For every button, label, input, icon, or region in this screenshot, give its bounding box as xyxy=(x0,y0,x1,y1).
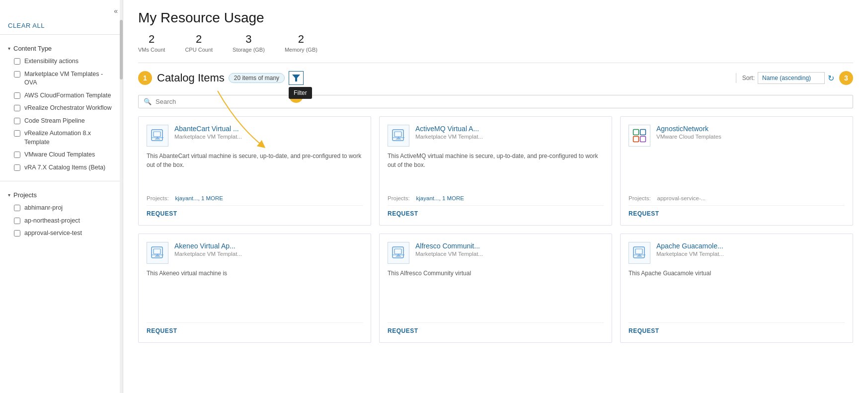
code-stream-pipeline-checkbox[interactable] xyxy=(14,118,20,124)
card-subtitle: Marketplace VM Templat... xyxy=(174,251,363,257)
sort-label: Sort: xyxy=(742,75,755,81)
annotation-1-circle: 1 xyxy=(138,71,152,85)
list-item: vRealize Orchestrator Workflow xyxy=(0,102,123,115)
card-description: This Alfresco Community virtual xyxy=(388,269,604,317)
list-item: ap-northeast-project xyxy=(0,215,123,228)
memory-gb-value: 2 xyxy=(285,33,317,46)
request-button[interactable]: REQUEST xyxy=(388,210,418,217)
card-icon xyxy=(388,242,409,264)
card-header: AbanteCart Virtual ... Marketplace VM Te… xyxy=(147,125,363,147)
sidebar-item-label: abhimanr-proj xyxy=(24,204,63,213)
clear-all-button[interactable]: CLEAR ALL xyxy=(0,15,53,34)
sort-controls: Sort: Name (ascending) Name (descending)… xyxy=(733,72,834,84)
cpu-count-label: CPU Count xyxy=(185,47,213,53)
list-item: approval-service-test xyxy=(0,227,123,240)
projects-section-header[interactable]: ▾ Projects xyxy=(0,188,123,202)
storage-gb-value: 3 xyxy=(233,33,265,46)
vmware-cloud-templates-checkbox[interactable] xyxy=(14,152,20,158)
search-bar: 🔍 xyxy=(138,95,853,108)
card-footer: REQUEST xyxy=(388,322,604,334)
sidebar-collapse-button[interactable]: « xyxy=(114,7,118,15)
card-title: Alfresco Communit... xyxy=(415,242,604,250)
card-description: This ActiveMQ virtual machine is secure,… xyxy=(388,152,604,190)
annotation-3-circle: 3 xyxy=(839,71,853,85)
projects-section: ▾ Projects abhimanr-proj ap-northeast-pr… xyxy=(0,185,123,243)
card-footer: REQUEST xyxy=(147,205,363,217)
request-button[interactable]: REQUEST xyxy=(147,327,177,334)
items-badge: 20 items of many xyxy=(229,73,285,83)
sidebar-item-label: vRealize Orchestrator Workflow xyxy=(24,104,112,113)
ap-northeast-checkbox[interactable] xyxy=(14,218,20,224)
card-header: Akeneo Virtual Ap... Marketplace VM Temp… xyxy=(147,242,363,264)
card-description: This Apache Guacamole virtual xyxy=(629,269,845,317)
list-item: vRealize Automation 8.x Template xyxy=(0,127,123,149)
sidebar: « CLEAR ALL ▾ Content Type Extensibility… xyxy=(0,0,123,393)
card-title: Apache Guacamole... xyxy=(656,242,845,250)
catalog-title: Catalog Items xyxy=(157,72,225,84)
request-button[interactable]: REQUEST xyxy=(629,327,659,334)
card-description xyxy=(629,152,845,190)
card-title-block: AgnosticNetwork VMware Cloud Templates xyxy=(656,125,845,140)
storage-gb-label: Storage (GB) xyxy=(233,47,265,53)
marketplace-vm-checkbox[interactable] xyxy=(14,71,20,78)
agnostic-network-icon xyxy=(632,129,646,143)
card-icon xyxy=(147,242,168,264)
vms-count-value: 2 xyxy=(138,33,165,46)
card-projects: Projects: approval-service-... xyxy=(629,195,845,201)
svg-rect-8 xyxy=(640,130,646,135)
projects-more-link[interactable]: kjayant..., 1 MORE xyxy=(175,195,224,201)
search-input[interactable] xyxy=(156,98,848,105)
card-footer: REQUEST xyxy=(629,205,845,217)
sidebar-item-label: AWS CloudFormation Template xyxy=(24,91,111,100)
abhimanr-proj-checkbox[interactable] xyxy=(14,205,20,211)
storage-gb-metric: 3 Storage (GB) xyxy=(233,33,265,53)
request-button[interactable]: REQUEST xyxy=(388,327,418,334)
card-header: Apache Guacamole... Marketplace VM Templ… xyxy=(629,242,845,264)
card-footer: REQUEST xyxy=(147,322,363,334)
content-type-label: Content Type xyxy=(13,45,52,52)
svg-rect-12 xyxy=(154,249,160,254)
list-item: Marketplace VM Templates - OVA xyxy=(0,68,123,89)
filter-button[interactable] xyxy=(289,71,304,85)
list-item: AWS CloudFormation Template xyxy=(0,89,123,102)
projects-value: approval-service-... xyxy=(657,195,706,201)
refresh-button[interactable]: ↻ xyxy=(828,74,834,83)
card-icon xyxy=(388,125,409,147)
projects-more-link[interactable]: kjayant..., 1 MORE xyxy=(416,195,465,201)
filter-tooltip: Filter xyxy=(289,87,312,99)
list-item: Code Stream Pipeline xyxy=(0,115,123,128)
filter-button-container: Filter 2 xyxy=(289,71,304,85)
card-header: AgnosticNetwork VMware Cloud Templates xyxy=(629,125,845,147)
vms-count-label: VMs Count xyxy=(138,47,165,53)
vrealize-automation-checkbox[interactable] xyxy=(14,130,20,137)
sidebar-item-label: VMware Cloud Templates xyxy=(24,151,95,159)
request-button[interactable]: REQUEST xyxy=(629,210,659,217)
vra7x-catalog-checkbox[interactable] xyxy=(14,164,20,171)
sidebar-item-label: vRealize Automation 8.x Template xyxy=(24,129,115,147)
catalog-card: Akeneo Virtual Ap... Marketplace VM Temp… xyxy=(138,234,371,343)
svg-rect-5 xyxy=(395,132,401,137)
card-title-block: AbanteCart Virtual ... Marketplace VM Te… xyxy=(174,125,363,140)
marketplace-vm-icon xyxy=(392,246,405,260)
card-header: Alfresco Communit... Marketplace VM Temp… xyxy=(388,242,604,264)
vrealize-orchestrator-checkbox[interactable] xyxy=(14,105,20,111)
request-button[interactable]: REQUEST xyxy=(147,210,177,217)
content-type-header[interactable]: ▾ Content Type xyxy=(0,42,123,55)
page-title: My Resource Usage xyxy=(138,10,853,26)
svg-rect-18 xyxy=(635,249,642,254)
card-title-block: ActiveMQ Virtual A... Marketplace VM Tem… xyxy=(415,125,604,140)
catalog-controls-row: 1 Catalog Items 20 items of many Filter xyxy=(138,71,853,85)
extensibility-actions-checkbox[interactable] xyxy=(14,58,20,65)
sort-select[interactable]: Name (ascending) Name (descending) Date … xyxy=(758,72,825,84)
card-title: AbanteCart Virtual ... xyxy=(174,125,363,133)
svg-rect-7 xyxy=(633,130,639,135)
projects-section-label: Projects xyxy=(13,191,37,199)
card-subtitle: Marketplace VM Templat... xyxy=(415,134,604,140)
sort-wrapper: Name (ascending) Name (descending) Date … xyxy=(758,72,825,84)
catalog-section: 1 Catalog Items 20 items of many Filter xyxy=(123,63,868,351)
aws-cloudformation-checkbox[interactable] xyxy=(14,92,20,99)
sidebar-item-label: Extensibility actions xyxy=(24,57,79,66)
card-icon xyxy=(629,242,650,264)
marketplace-vm-icon xyxy=(151,129,164,143)
approval-service-checkbox[interactable] xyxy=(14,230,20,236)
